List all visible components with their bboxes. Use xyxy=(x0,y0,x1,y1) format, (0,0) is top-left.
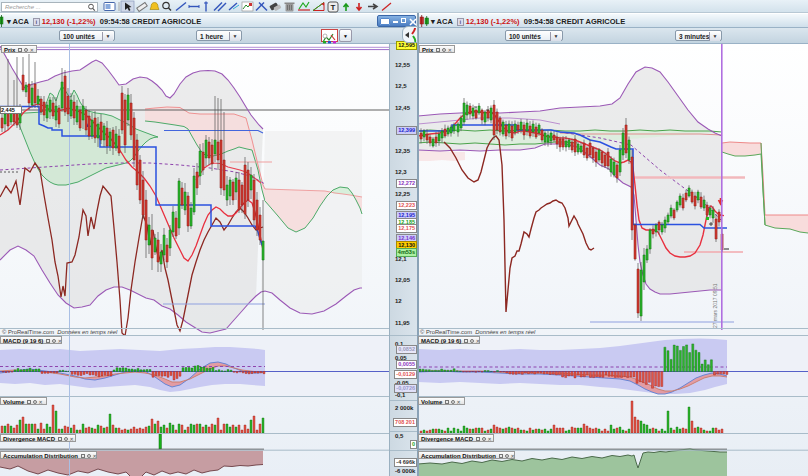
svg-text:T: T xyxy=(331,3,336,12)
svg-text:27 mars 2017 09:51: 27 mars 2017 09:51 xyxy=(712,283,718,328)
